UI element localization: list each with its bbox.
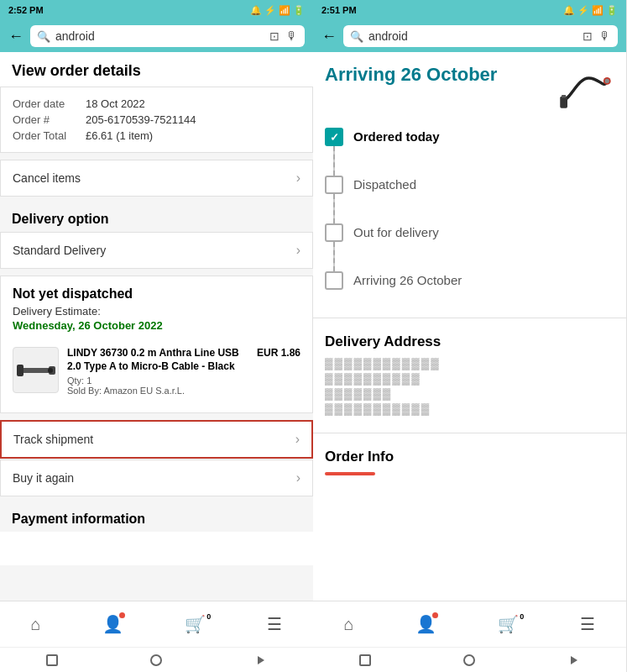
step-arriving-box — [325, 271, 343, 290]
search-icon: 🔍 — [37, 30, 50, 43]
left-bottom-nav: ⌂ 👤 🛒 0 ☰ — [0, 601, 313, 647]
left-search-bar: ← 🔍 android ⊡ 🎙 — [0, 20, 313, 52]
step-out-box — [325, 223, 343, 242]
buy-again-row[interactable]: Buy it again › — [0, 459, 313, 496]
cancel-chevron-icon: › — [296, 171, 300, 186]
order-date-row: Order date 18 Oct 2022 — [13, 96, 300, 112]
right-alarm-icon: 🔔 — [563, 5, 575, 16]
order-total-row: Order Total £6.61 (1 item) — [13, 128, 300, 144]
cancel-items-row[interactable]: Cancel items › — [0, 160, 313, 197]
right-nav-account[interactable]: 👤 — [407, 611, 445, 638]
left-search-right: ⊡ 🎙 — [269, 29, 298, 43]
order-info-section-title: Order Info — [325, 449, 614, 465]
payment-info-placeholder — [0, 532, 313, 565]
left-content: View order details Order date 18 Oct 202… — [0, 52, 313, 601]
order-number-label: Order # — [13, 113, 76, 126]
right-search-container[interactable]: 🔍 android ⊡ 🎙 — [343, 25, 618, 47]
right-search-right: ⊡ 🎙 — [583, 29, 611, 43]
left-sys-circle[interactable] — [148, 652, 165, 669]
right-wifi-icon: 🔋 — [606, 5, 618, 16]
step-dispatched-indicator — [325, 176, 343, 223]
left-nav-menu[interactable]: ☰ — [259, 611, 290, 638]
checkmark-icon: ✓ — [330, 131, 339, 144]
order-number-row: Order # 205-6170539-7521144 — [13, 112, 300, 128]
left-nav-cart[interactable]: 🛒 0 — [176, 611, 214, 638]
right-search-bar: ← 🔍 android ⊡ 🎙 — [313, 20, 626, 52]
right-bluetooth-icon: ⚡ — [577, 5, 589, 16]
right-mic-icon[interactable]: 🎙 — [599, 29, 611, 43]
step-arriving: Arriving 26 October — [325, 271, 614, 301]
alarm-icon: 🔔 — [250, 5, 262, 16]
step-arriving-indicator — [325, 271, 343, 290]
left-back-button[interactable]: ← — [8, 28, 24, 45]
order-info-underline — [325, 472, 375, 475]
step-ordered-label: Ordered today — [353, 128, 440, 157]
payment-info-title: Payment information — [0, 503, 313, 532]
right-sys-square[interactable] — [357, 652, 374, 669]
step-line-3 — [333, 242, 335, 271]
product-row: LINDY 36730 0.2 m Anthra Line USB 2.0 Ty… — [13, 340, 300, 402]
page-title: View order details — [0, 52, 313, 87]
left-clock: 2:52 PM — [8, 5, 44, 15]
svg-rect-5 — [562, 95, 566, 98]
order-total-label: Order Total — [13, 129, 76, 142]
divider-1 — [313, 318, 626, 318]
order-info-section: Order Info — [313, 440, 626, 475]
right-camera-icon[interactable]: ⊡ — [583, 29, 593, 43]
left-nav-home[interactable]: ⌂ — [23, 612, 50, 638]
right-nav-cart[interactable]: 🛒 0 — [489, 611, 527, 638]
step-out-for-delivery: Out for delivery — [325, 223, 614, 271]
buy-again-label: Buy it again — [13, 471, 74, 485]
step-ordered-indicator: ✓ — [325, 128, 343, 176]
svg-point-3 — [48, 368, 53, 373]
right-status-icons: 🔔 ⚡ 📶 🔋 — [563, 5, 618, 16]
left-search-container[interactable]: 🔍 android ⊡ 🎙 — [30, 25, 305, 47]
delivery-method-label: Standard Delivery — [13, 244, 106, 257]
right-nav-menu[interactable]: ☰ — [572, 611, 603, 638]
dispatch-status: Not yet dispatched — [13, 286, 300, 302]
svg-rect-4 — [560, 97, 567, 108]
product-image — [13, 347, 59, 393]
left-status-bar: 2:52 PM 🔔 ⚡ 📶 🔋 — [0, 0, 313, 20]
step-line-2 — [333, 194, 335, 223]
right-status-bar: 2:51 PM 🔔 ⚡ 📶 🔋 — [313, 0, 626, 20]
mic-icon[interactable]: 🎙 — [286, 29, 298, 43]
step-dispatched-box — [325, 176, 343, 194]
step-arriving-label: Arriving 26 October — [353, 271, 462, 301]
right-nav-home[interactable]: ⌂ — [336, 612, 363, 638]
right-time: 2:51 PM — [321, 5, 357, 15]
step-ordered-box: ✓ — [325, 128, 343, 146]
delivery-address-title: Delivery Address — [325, 333, 614, 350]
delivery-method-row[interactable]: Standard Delivery › — [0, 232, 313, 269]
svg-rect-1 — [17, 365, 24, 376]
product-sold-by: Sold By: Amazon EU S.a.r.L. — [67, 386, 248, 396]
left-nav-account[interactable]: 👤 — [94, 611, 132, 638]
cart-icon: 🛒 — [185, 614, 206, 634]
arriving-title: Arriving 26 October — [325, 64, 497, 86]
right-sys-circle[interactable] — [461, 652, 478, 669]
step-line-1 — [333, 146, 335, 176]
right-cart-icon: 🛒 — [498, 614, 519, 634]
order-total-value: £6.61 (1 item) — [86, 129, 153, 142]
delivery-chevron-icon: › — [296, 243, 300, 258]
left-system-bar — [0, 647, 313, 672]
right-menu-icon: ☰ — [580, 614, 595, 634]
wifi-icon: 🔋 — [293, 5, 305, 16]
product-price: EUR 1.86 — [257, 347, 300, 359]
right-back-button[interactable]: ← — [321, 28, 337, 45]
track-shipment-row[interactable]: Track shipment › — [0, 420, 313, 459]
right-signal-icon: 📶 — [592, 5, 603, 16]
right-search-input[interactable]: android — [368, 29, 577, 43]
left-phone-panel: 2:52 PM 🔔 ⚡ 📶 🔋 ← 🔍 android ⊡ 🎙 View ord… — [0, 0, 313, 672]
right-cart-count: 0 — [520, 612, 524, 621]
left-sys-back[interactable] — [253, 652, 269, 669]
delivery-date: Wednesday, 26 October 2022 — [13, 319, 300, 332]
left-search-input[interactable]: android — [55, 29, 264, 43]
cart-count: 0 — [206, 612, 211, 621]
step-out-indicator — [325, 223, 343, 271]
left-sys-square[interactable] — [44, 652, 60, 669]
camera-icon[interactable]: ⊡ — [269, 29, 280, 43]
menu-icon: ☰ — [267, 614, 282, 634]
right-clock: 2:51 PM — [321, 5, 357, 15]
right-sys-back[interactable] — [566, 652, 583, 669]
